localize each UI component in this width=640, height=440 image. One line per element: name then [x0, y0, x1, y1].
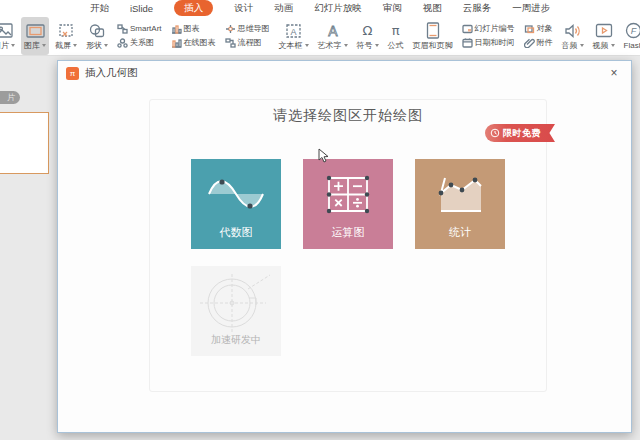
- audio-icon: [564, 21, 582, 41]
- date-time-button[interactable]: 日期和时间: [462, 37, 515, 49]
- tab-insert[interactable]: 插入: [174, 0, 213, 16]
- textbox-icon: A: [285, 21, 302, 41]
- statistics-area-chart-icon: [415, 173, 505, 217]
- mindmap-icon: [225, 24, 236, 34]
- algebra-sine-icon: [191, 173, 281, 215]
- pictures-button[interactable]: 图片: [0, 17, 18, 55]
- tab-slideshow[interactable]: 幻灯片放映: [314, 2, 362, 15]
- chart-button[interactable]: 图表: [171, 23, 216, 35]
- online-chart-button[interactable]: 在线图表: [171, 37, 216, 49]
- chart-group: 图表 在线图表: [168, 17, 219, 55]
- symbol-label: 符号: [357, 41, 379, 51]
- formula-button[interactable]: π 公式: [385, 17, 407, 55]
- svg-text:A: A: [328, 23, 338, 39]
- object-icon: [524, 24, 535, 34]
- relation-chart-button[interactable]: 关系图: [117, 37, 162, 49]
- date-time-icon: [462, 38, 473, 48]
- symbol-button[interactable]: Ω 符号: [354, 17, 382, 55]
- shapes-label: 形状: [86, 41, 108, 51]
- flowchart-icon: [225, 38, 236, 48]
- smartart-button[interactable]: SmartArt: [117, 23, 162, 35]
- textbox-button[interactable]: A 文本框: [276, 17, 312, 55]
- dropdown-caret-icon: [580, 44, 584, 47]
- shapes-button[interactable]: 形状: [83, 17, 111, 55]
- audio-label: 音频: [562, 41, 584, 51]
- slide-number-button[interactable]: 幻灯片编号: [462, 23, 515, 35]
- screenshot-button[interactable]: 截屏: [52, 17, 80, 55]
- dropdown-caret-icon: [104, 44, 108, 47]
- tab-home[interactable]: 开始: [90, 2, 109, 15]
- video-icon: [595, 21, 613, 41]
- svg-text:A: A: [291, 26, 297, 36]
- dialog-header-text: 请选择绘图区开始绘图: [149, 107, 547, 125]
- tab-weekly-progress[interactable]: 一周进步: [512, 2, 550, 15]
- flash-icon: F: [625, 21, 640, 41]
- mindmap-button[interactable]: 思维导图: [225, 23, 270, 35]
- insert-toolbar: 图片 图库 截屏 形状 SmartArt 关系图 图表: [0, 16, 640, 56]
- screenshot-icon: [58, 21, 75, 41]
- flowchart-button[interactable]: 流程图: [225, 37, 270, 49]
- header-footer-label: 页眉和页脚: [413, 41, 453, 51]
- picture-icon: [0, 21, 13, 41]
- operation-grid-icon: [303, 173, 393, 217]
- limited-free-label: 限时免费: [503, 127, 541, 140]
- insert-geometry-dialog: π 插入几何图 × 请选择绘图区开始绘图 限时免费 代数图: [57, 60, 632, 433]
- dropdown-caret-icon: [375, 44, 379, 47]
- blueprint-icon: [191, 272, 281, 334]
- clock-icon: [490, 128, 500, 138]
- dialog-titlebar[interactable]: π 插入几何图 ×: [58, 61, 631, 85]
- gallery-button[interactable]: 图库: [21, 17, 49, 55]
- flash-label: Flash: [624, 41, 640, 51]
- dropdown-caret-icon: [305, 44, 309, 47]
- slide-number-icon: [462, 24, 473, 34]
- object-button[interactable]: 对象: [524, 23, 553, 35]
- dropdown-caret-icon: [611, 44, 615, 47]
- wordart-label: 艺术字: [318, 41, 348, 51]
- ribbon-tab-bar: 开始 iSlide 插入 设计 动画 幻灯片放映 审阅 视图 云服务 一周进步: [0, 0, 640, 16]
- video-button[interactable]: 视频: [590, 17, 618, 55]
- tab-animation[interactable]: 动画: [274, 2, 293, 15]
- card-label: 统计: [415, 225, 505, 240]
- dropdown-caret-icon: [42, 44, 46, 47]
- object-attach-group: 对象 附件: [521, 17, 556, 55]
- dropdown-caret-icon: [73, 44, 77, 47]
- formula-label: 公式: [388, 41, 404, 51]
- textbox-label: 文本框: [279, 41, 309, 51]
- header-footer-button[interactable]: 页眉和页脚: [410, 17, 456, 55]
- video-label: 视频: [593, 41, 615, 51]
- dropdown-caret-icon: [11, 44, 15, 47]
- smartart-icon: [117, 24, 128, 34]
- wordart-icon: A: [325, 21, 341, 41]
- formula-pi-icon: π: [392, 21, 400, 41]
- gallery-label: 图库: [24, 41, 46, 51]
- attachment-button[interactable]: 附件: [524, 37, 553, 49]
- wordart-button[interactable]: A 艺术字: [315, 17, 351, 55]
- close-icon[interactable]: ×: [606, 65, 622, 81]
- slide-thumbnail[interactable]: [0, 112, 49, 174]
- screenshot-label: 截屏: [55, 41, 77, 51]
- tab-design[interactable]: 设计: [234, 2, 253, 15]
- flash-button[interactable]: F Flash: [621, 17, 640, 55]
- audio-button[interactable]: 音频: [559, 17, 587, 55]
- dialog-title: 插入几何图: [85, 66, 138, 80]
- card-algebra-graph[interactable]: 代数图: [191, 159, 281, 249]
- card-statistics[interactable]: 统计: [415, 159, 505, 249]
- attachment-icon: [524, 38, 535, 48]
- relation-chart-icon: [117, 38, 128, 48]
- online-chart-icon: [171, 38, 182, 48]
- drawing-cards-row: 代数图 运算图: [191, 159, 505, 249]
- smartart-relation-group: SmartArt 关系图: [114, 17, 165, 55]
- tab-review[interactable]: 审阅: [383, 2, 402, 15]
- tab-cloud[interactable]: 云服务: [463, 2, 492, 15]
- shapes-icon: [88, 21, 106, 41]
- card-operation-graph[interactable]: 运算图: [303, 159, 393, 249]
- tab-view[interactable]: 视图: [423, 2, 442, 15]
- chart-icon: [171, 24, 182, 34]
- header-footer-icon: [426, 21, 440, 41]
- limited-free-badge: 限时免费: [485, 124, 555, 142]
- geometry-app-icon: π: [66, 67, 79, 80]
- gallery-icon: [26, 21, 45, 41]
- tab-islide[interactable]: iSlide: [130, 3, 153, 14]
- slidenum-date-group: 幻灯片编号 日期和时间: [459, 17, 518, 55]
- svg-text:F: F: [631, 26, 637, 36]
